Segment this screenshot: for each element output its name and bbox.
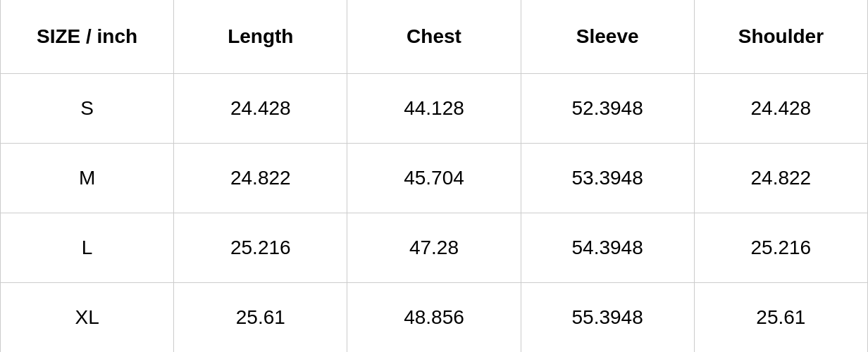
header-length: Length [174,0,347,74]
cell-chest: 44.128 [347,74,521,144]
cell-length: 25.216 [174,213,347,283]
cell-size: S [1,74,174,144]
header-chest: Chest [347,0,521,74]
cell-sleeve: 52.3948 [521,74,694,144]
cell-length: 25.61 [174,283,347,353]
table-header-row: SIZE / inch Length Chest Sleeve Shoulder [1,0,868,74]
cell-size: L [1,213,174,283]
cell-size: M [1,144,174,213]
table-row: M24.82245.70453.394824.822 [1,144,868,213]
cell-size: XL [1,283,174,353]
cell-sleeve: 54.3948 [521,213,694,283]
cell-chest: 47.28 [347,213,521,283]
size-chart-table: SIZE / inch Length Chest Sleeve Shoulder… [0,0,868,352]
header-sleeve: Sleeve [521,0,694,74]
cell-chest: 45.704 [347,144,521,213]
table-row: S24.42844.12852.394824.428 [1,74,868,144]
cell-shoulder: 25.216 [694,213,867,283]
cell-shoulder: 25.61 [694,283,867,353]
cell-shoulder: 24.428 [694,74,867,144]
cell-length: 24.428 [174,74,347,144]
cell-sleeve: 53.3948 [521,144,694,213]
header-size: SIZE / inch [1,0,174,74]
cell-length: 24.822 [174,144,347,213]
header-shoulder: Shoulder [694,0,867,74]
table-row: XL25.6148.85655.394825.61 [1,283,868,353]
cell-sleeve: 55.3948 [521,283,694,353]
cell-shoulder: 24.822 [694,144,867,213]
table-row: L25.21647.2854.394825.216 [1,213,868,283]
cell-chest: 48.856 [347,283,521,353]
